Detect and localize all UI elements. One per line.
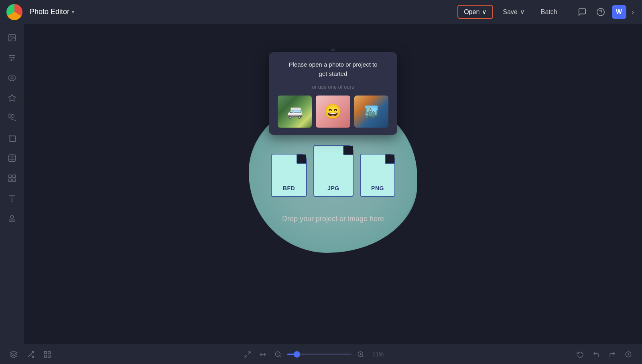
layers-button[interactable] xyxy=(6,347,21,362)
svg-point-0 xyxy=(597,8,604,15)
chat-icon-button[interactable] xyxy=(575,5,589,19)
redo-button[interactable] xyxy=(605,347,620,362)
canvas-area: Please open a photo or project to get st… xyxy=(24,24,642,344)
svg-line-35 xyxy=(245,355,247,357)
svg-line-38 xyxy=(279,356,280,357)
thumbnail-canal[interactable] xyxy=(354,96,388,128)
popup-title: Please open a photo or project to get st… xyxy=(278,60,388,78)
save-chevron: ∨ xyxy=(520,8,525,16)
export-button[interactable] xyxy=(23,347,38,362)
topbar-right: W › xyxy=(575,5,636,19)
app-logo[interactable] xyxy=(6,4,22,20)
fit-page-button[interactable] xyxy=(242,348,254,360)
popup-thumbnails xyxy=(278,96,388,128)
open-popup: Please open a photo or project to get st… xyxy=(269,52,397,135)
png-label: PNG xyxy=(371,185,384,191)
file-icon-bfd: BFD xyxy=(271,154,307,197)
sidebar-layout-tool[interactable] xyxy=(3,149,21,167)
svg-rect-25 xyxy=(9,219,15,220)
topbar: Photo Editor ▾ Open ∨ Save ∨ Batch W xyxy=(0,0,642,24)
app-title-chevron: ▾ xyxy=(72,9,74,15)
batch-button[interactable]: Batch xyxy=(534,5,564,19)
sidebar-text-tool[interactable] xyxy=(3,189,21,207)
user-avatar[interactable]: W xyxy=(612,5,626,19)
svg-rect-21 xyxy=(12,179,15,181)
svg-point-24 xyxy=(10,216,13,218)
file-icons: BFD JPG PNG xyxy=(271,145,395,197)
batch-label: Batch xyxy=(541,8,557,16)
undo-button[interactable] xyxy=(589,347,603,362)
zoom-controls: 11% xyxy=(242,348,386,360)
zoom-slider[interactable] xyxy=(287,354,351,355)
svg-line-41 xyxy=(362,356,363,357)
bfd-label: BFD xyxy=(283,185,295,191)
app-title-dropdown[interactable]: Photo Editor ▾ xyxy=(26,5,78,18)
main-layout: Please open a photo or project to get st… xyxy=(0,24,642,344)
drop-text: Drop your project or image here xyxy=(282,215,384,223)
file-icon-jpg: JPG xyxy=(313,145,354,197)
jpg-label: JPG xyxy=(327,185,339,191)
svg-point-3 xyxy=(10,36,11,37)
sidebar xyxy=(0,24,24,344)
svg-rect-33 xyxy=(48,355,51,357)
svg-marker-27 xyxy=(10,351,17,354)
history-button[interactable] xyxy=(621,347,636,362)
expand-icon: › xyxy=(632,8,634,15)
thumbnail-car[interactable] xyxy=(278,96,312,128)
svg-rect-19 xyxy=(12,175,15,177)
zoom-in-button[interactable] xyxy=(355,348,367,360)
bottom-right xyxy=(573,347,636,362)
app-title-label: Photo Editor xyxy=(30,8,69,16)
zoom-out-button[interactable] xyxy=(272,348,284,360)
svg-point-10 xyxy=(11,77,13,79)
svg-line-34 xyxy=(248,352,250,354)
zoom-thumb[interactable] xyxy=(294,351,300,358)
sidebar-image-tool[interactable] xyxy=(3,29,21,47)
svg-point-9 xyxy=(10,59,12,61)
sidebar-paint-tool[interactable] xyxy=(3,109,21,127)
svg-rect-20 xyxy=(8,179,11,181)
zoom-percent-label: 11% xyxy=(370,351,386,358)
fit-width-button[interactable] xyxy=(257,348,269,360)
svg-point-7 xyxy=(10,55,11,57)
bottom-left xyxy=(6,347,55,362)
sidebar-stamp-tool[interactable] xyxy=(3,209,21,227)
expand-button[interactable]: › xyxy=(630,7,636,17)
svg-marker-11 xyxy=(8,94,15,101)
svg-point-8 xyxy=(12,57,14,59)
sidebar-grid-tool[interactable] xyxy=(3,169,21,187)
sidebar-magic-tool[interactable] xyxy=(3,89,21,107)
bottombar: 11% xyxy=(0,344,642,364)
open-label: Open xyxy=(464,8,479,16)
open-button[interactable]: Open ∨ xyxy=(457,5,493,19)
sidebar-crop-tool[interactable] xyxy=(3,129,21,147)
thumbnail-person[interactable] xyxy=(316,96,350,128)
drop-zone[interactable]: BFD JPG PNG Drop your project or image h… xyxy=(271,145,395,223)
save-label: Save xyxy=(503,8,517,16)
svg-rect-13 xyxy=(10,136,15,142)
svg-rect-30 xyxy=(45,351,47,354)
svg-rect-31 xyxy=(48,351,51,354)
svg-rect-32 xyxy=(45,355,47,357)
help-icon-button[interactable] xyxy=(593,5,608,19)
sidebar-adjust-tool[interactable] xyxy=(3,49,21,67)
save-button[interactable]: Save ∨ xyxy=(496,5,531,19)
sidebar-eye-tool[interactable] xyxy=(3,69,21,87)
svg-point-12 xyxy=(11,114,14,117)
grid-view-button[interactable] xyxy=(40,347,55,362)
popup-divider: or use one of ours xyxy=(278,84,388,90)
svg-rect-18 xyxy=(8,175,11,177)
history-reset-button[interactable] xyxy=(573,347,587,362)
open-chevron: ∨ xyxy=(482,8,487,16)
file-icon-png: PNG xyxy=(360,154,395,197)
